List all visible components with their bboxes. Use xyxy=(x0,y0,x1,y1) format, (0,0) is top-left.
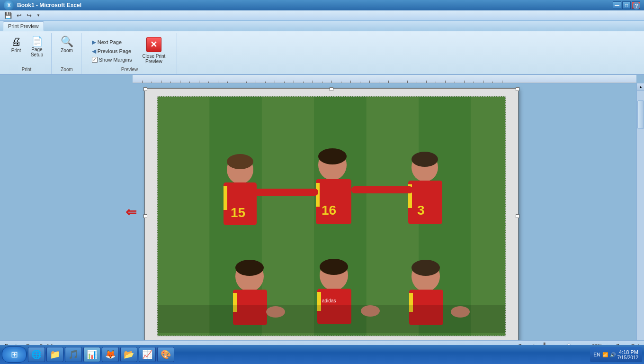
page-setup-label: PageSetup xyxy=(31,47,43,57)
excel-orb[interactable]: X xyxy=(4,0,14,10)
zoom-button[interactable]: 🔍 Zoom xyxy=(57,35,76,55)
system-tray: EN 📶 🔊 4:18 PM 7/15/2012 xyxy=(590,347,642,362)
window-title: Book1 - Microsoft Excel xyxy=(17,2,81,9)
previous-page-button[interactable]: ◀ Previous Page xyxy=(90,47,134,55)
start-button[interactable]: ⊞ xyxy=(2,346,27,363)
help-icon[interactable]: ? xyxy=(633,2,640,9)
ribbon-group-preview: ▶ Next Page ◀ Previous Page ✓ Show Margi… xyxy=(82,33,177,74)
language-indicator: EN xyxy=(594,352,600,357)
print-button[interactable]: 🖨 Print xyxy=(7,35,26,55)
previous-page-label: Previous Page xyxy=(98,48,132,54)
ribbon-group-zoom: 🔍 Zoom Zoom xyxy=(53,33,81,74)
minimize-button[interactable]: — xyxy=(613,1,621,9)
taskbar-ie-icon[interactable]: 🌐 xyxy=(28,347,45,362)
taskbar-excel2-icon[interactable]: 📈 xyxy=(139,347,156,362)
zoom-label: Zoom xyxy=(61,48,73,53)
time-display: 4:18 PM xyxy=(617,349,639,355)
svg-point-66 xyxy=(235,260,264,276)
svg-rect-47 xyxy=(471,96,506,336)
svg-point-74 xyxy=(411,260,440,276)
print-label: Print xyxy=(11,48,21,53)
taskbar: ⊞ 🌐 📁 🎵 📊 🦊 📂 📈 🎨 EN 📶 🔊 4:18 PM 7/15/20… xyxy=(0,345,644,364)
taskbar-firefox-icon[interactable]: 🦊 xyxy=(102,347,119,362)
page-preview: 15 16 3 xyxy=(144,88,519,340)
clock-display: 4:18 PM 7/15/2012 xyxy=(617,349,639,360)
title-bar: X Book1 - Microsoft Excel — □ ✕ xyxy=(0,0,644,10)
quick-undo-icon[interactable]: ↩ xyxy=(15,11,23,19)
page-setup-button[interactable]: 📄 PageSetup xyxy=(27,35,46,59)
svg-rect-52 xyxy=(224,186,227,210)
print-icon: 🖨 xyxy=(11,36,21,47)
preview-area: ⇐ xyxy=(0,83,644,340)
svg-point-70 xyxy=(320,259,348,275)
ribbon-group-preview-label: Preview xyxy=(121,67,138,73)
scrollbar-thumb[interactable] xyxy=(637,100,644,129)
svg-rect-60 xyxy=(408,181,442,224)
svg-rect-43 xyxy=(262,96,314,336)
soccer-image: 15 16 3 xyxy=(157,96,506,336)
page-content: 15 16 3 xyxy=(157,96,506,336)
svg-text:3: 3 xyxy=(417,203,425,218)
ribbon-group-print-label: Print xyxy=(22,67,32,73)
network-icon: 📶 xyxy=(602,352,608,357)
svg-point-54 xyxy=(318,148,347,164)
taskbar-explorer-icon[interactable]: 📂 xyxy=(120,347,137,362)
ribbon-tabs: Print Preview xyxy=(0,21,644,31)
previous-page-icon: ◀ xyxy=(92,48,96,55)
svg-point-59 xyxy=(411,152,438,167)
scroll-up-arrow[interactable]: ▲ xyxy=(637,83,644,91)
show-margins-label: Show Margins xyxy=(99,57,132,63)
quick-dropdown-icon[interactable]: ▼ xyxy=(35,13,42,18)
main-area: ⇐ xyxy=(0,75,644,340)
volume-icon: 🔊 xyxy=(610,352,616,357)
ribbon-group-zoom-label: Zoom xyxy=(61,67,73,73)
close-preview-label: Close PrintPreview xyxy=(142,54,165,64)
horizontal-ruler xyxy=(133,75,636,83)
ribbon-group-print: 🖨 Print 📄 PageSetup Print xyxy=(2,33,52,74)
svg-rect-63 xyxy=(254,189,318,196)
taskbar-media-icon[interactable]: 🎵 xyxy=(65,347,82,362)
margin-arrow-left: ⇐ xyxy=(125,204,136,220)
svg-point-49 xyxy=(227,154,253,169)
vertical-scrollbar[interactable]: ▲ xyxy=(636,83,644,340)
quick-access-toolbar: 💾 ↩ ↪ ▼ xyxy=(0,10,644,21)
date-display: 7/15/2012 xyxy=(617,355,639,360)
next-page-icon: ▶ xyxy=(92,39,96,46)
svg-text:adidas: adidas xyxy=(322,298,336,303)
show-margins-button[interactable]: ✓ Show Margins xyxy=(90,56,134,64)
taskbar-excel-icon[interactable]: 📊 xyxy=(83,347,100,362)
next-page-button[interactable]: ▶ Next Page xyxy=(90,38,134,46)
quick-save-icon[interactable]: 💾 xyxy=(3,11,13,19)
svg-rect-81 xyxy=(157,305,506,333)
svg-rect-64 xyxy=(351,186,413,193)
close-print-preview-button[interactable]: ✕ Close PrintPreview xyxy=(138,35,169,66)
show-margins-checkbox[interactable]: ✓ xyxy=(92,57,98,63)
ribbon: 🖨 Print 📄 PageSetup Print 🔍 Zoom Zoom ▶ xyxy=(0,31,644,75)
taskbar-app-icon[interactable]: 🎨 xyxy=(157,347,174,362)
maximize-button[interactable]: □ xyxy=(622,1,631,9)
page-setup-icon: 📄 xyxy=(31,36,43,46)
quick-redo-icon[interactable]: ↪ xyxy=(25,11,33,19)
next-page-label: Next Page xyxy=(98,39,122,45)
zoom-icon: 🔍 xyxy=(61,36,73,47)
svg-text:15: 15 xyxy=(231,205,245,220)
tab-print-preview[interactable]: Print Preview xyxy=(3,21,44,31)
taskbar-folder-icon[interactable]: 📁 xyxy=(46,347,63,362)
svg-text:16: 16 xyxy=(322,203,336,218)
close-preview-icon: ✕ xyxy=(146,37,161,52)
svg-rect-41 xyxy=(157,96,209,336)
